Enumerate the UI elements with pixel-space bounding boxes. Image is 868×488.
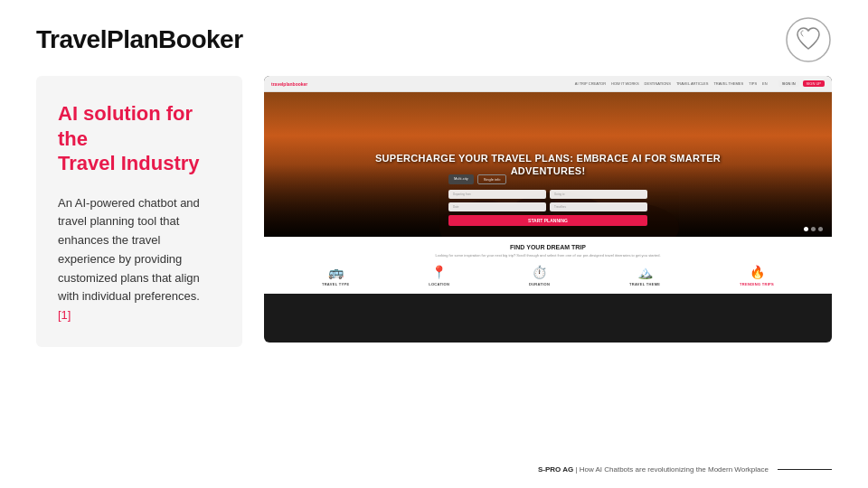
- form-from-field[interactable]: Departing from: [448, 190, 546, 199]
- category-travel-type[interactable]: 🚌 TRAVEL TYPE: [322, 265, 350, 286]
- mockup-signup-btn[interactable]: SIGN UP: [803, 80, 825, 87]
- footer-company: S-PRO AG: [538, 465, 573, 474]
- mockup-navbar: travelplanbooker AI TRIP CREATOR HOW IT …: [264, 76, 832, 92]
- nav-ai-trip: AI TRIP CREATOR: [575, 81, 606, 86]
- nav-how-it-works: HOW IT WORKS: [611, 81, 639, 86]
- hero-text: SUPERCHARGE YOUR TRAVEL PLANS: EMBRACE A…: [357, 152, 739, 178]
- footnote-link[interactable]: [1]: [58, 308, 71, 322]
- footer-text: S-PRO AG | How AI Chatbots are revolutio…: [538, 465, 769, 474]
- travel-type-label: TRAVEL TYPE: [322, 282, 350, 286]
- footer-tagline: How AI Chatbots are revolutionizing the …: [580, 465, 769, 474]
- form-row-from-to: Departing from Going to: [448, 190, 647, 199]
- form-from-label: Departing from: [453, 192, 542, 196]
- carousel-dots: [804, 227, 823, 231]
- footer: S-PRO AG | How AI Chatbots are revolutio…: [538, 465, 832, 474]
- nav-articles: TRAVEL ARTICLES: [676, 81, 709, 86]
- category-travel-theme[interactable]: 🏔️ TRAVEL THEME: [629, 265, 660, 286]
- duration-label: DURATION: [529, 282, 550, 286]
- app-logo-text: TravelPlanBooker: [36, 25, 243, 54]
- category-row: 🚌 TRAVEL TYPE 📍 LOCATION ⏱️ DURATION 🏔️ …: [273, 265, 823, 286]
- form-travellers-field[interactable]: Travellers: [550, 202, 647, 211]
- form-date-field[interactable]: Date: [448, 202, 546, 211]
- travel-theme-icon: 🏔️: [637, 265, 652, 279]
- toggle-multi[interactable]: Multi-city: [448, 174, 474, 184]
- duration-icon: ⏱️: [533, 265, 547, 279]
- svg-point-0: [787, 18, 830, 61]
- form-row-date-travellers: Date Travellers: [448, 202, 647, 211]
- form-travellers-label: Travellers: [554, 205, 643, 209]
- category-location[interactable]: 📍 LOCATION: [429, 265, 449, 286]
- toggle-single[interactable]: Single info: [477, 174, 507, 184]
- form-submit-btn[interactable]: START PLANNING: [448, 215, 647, 226]
- card-title: AI solution for the Travel Industry: [58, 101, 221, 176]
- main-content: AI solution for the Travel Industry An A…: [0, 76, 868, 347]
- mockup-nav: AI TRIP CREATOR HOW IT WORKS DESTINATION…: [575, 81, 768, 86]
- form-to-field[interactable]: Going to: [550, 190, 647, 199]
- travel-type-icon: 🚌: [328, 265, 343, 279]
- nav-themes: TRAVEL THEMES: [713, 81, 743, 86]
- find-trip-section: FIND YOUR DREAM TRIP Looking for some in…: [264, 237, 832, 294]
- footer-line: [778, 469, 832, 470]
- nav-lang: EN: [762, 81, 768, 86]
- nav-destinations: DESTINATIONS: [645, 81, 671, 86]
- booking-toggle: Multi-city Single info: [448, 174, 647, 184]
- category-trending[interactable]: 🔥 TRENDING TRIPS: [740, 265, 774, 286]
- section-subtitle: Looking for some inspiration for your ne…: [273, 253, 823, 258]
- mockup-brand: travelplanbooker: [271, 81, 307, 87]
- hero-title-line1: SUPERCHARGE YOUR TRAVEL PLANS: EMBRACE A…: [375, 152, 721, 164]
- travel-theme-label: TRAVEL THEME: [629, 282, 660, 286]
- left-info-card: AI solution for the Travel Industry An A…: [36, 76, 242, 347]
- website-mockup: travelplanbooker AI TRIP CREATOR HOW IT …: [264, 76, 832, 343]
- form-to-label: Going to: [554, 192, 643, 196]
- mockup-hero: SUPERCHARGE YOUR TRAVEL PLANS: EMBRACE A…: [264, 92, 832, 237]
- form-date-label: Date: [453, 205, 542, 209]
- nav-tips: TIPS: [749, 81, 757, 86]
- carousel-dot-1[interactable]: [804, 227, 808, 231]
- mockup-signin-btn[interactable]: SIGN IN: [778, 80, 799, 87]
- logo-heart-icon: [785, 16, 832, 63]
- trending-label: TRENDING TRIPS: [740, 282, 774, 286]
- card-description: An AI-powered chatbot and travel plannin…: [58, 194, 221, 326]
- location-label: LOCATION: [429, 282, 449, 286]
- carousel-dot-2[interactable]: [811, 227, 816, 231]
- booking-form[interactable]: Multi-city Single info Departing from Go…: [448, 174, 647, 226]
- footer-separator: |: [575, 465, 577, 474]
- trending-icon: 🔥: [750, 265, 764, 279]
- location-icon: 📍: [432, 265, 447, 279]
- header: TravelPlanBooker: [0, 0, 868, 72]
- section-title: FIND YOUR DREAM TRIP: [273, 244, 823, 250]
- category-duration[interactable]: ⏱️ DURATION: [529, 265, 550, 286]
- carousel-dot-3[interactable]: [818, 227, 823, 231]
